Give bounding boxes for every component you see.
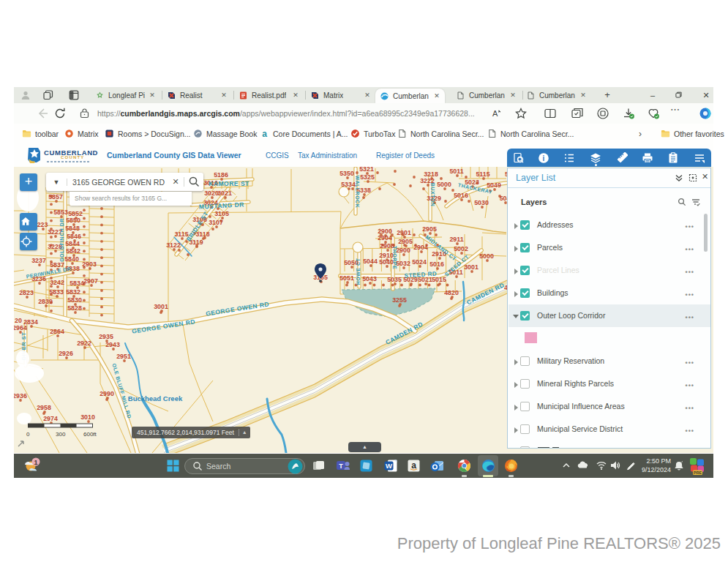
- layer-expand-arrow-icon[interactable]: [514, 291, 518, 297]
- bell-icon[interactable]: [673, 460, 685, 471]
- search-suggestion[interactable]: Show search results for 3165 G...: [70, 192, 192, 206]
- tab-close-icon[interactable]: ✕: [149, 91, 156, 99]
- link-tax-administration[interactable]: Tax Administration: [298, 151, 357, 160]
- layer-filter-icon[interactable]: [691, 198, 700, 206]
- layer-row-mineral-rights-parcels[interactable]: Mineral Rights Parcels•••: [509, 372, 710, 395]
- layer-checkbox[interactable]: [520, 243, 530, 252]
- link-ccgis[interactable]: CCGIS: [266, 151, 289, 160]
- search-dropdown-button[interactable]: ▼: [46, 179, 67, 186]
- vertical-tabs-icon[interactable]: [69, 90, 79, 100]
- url-text[interactable]: https://cumberlandgis.maps.arcgis.com/ap…: [97, 109, 475, 118]
- browser-tab-cumberlan-5[interactable]: Cumberlan✕: [451, 87, 521, 103]
- layer-expand-arrow-icon[interactable]: [514, 427, 518, 433]
- layer-expand-arrow-icon[interactable]: [514, 382, 518, 388]
- bookmark-north-carolina-secr-[interactable]: North Carolina Secr...: [397, 124, 484, 143]
- bookmark-north-carolina-secr-[interactable]: North Carolina Secr...: [487, 124, 574, 143]
- map-search-input[interactable]: 3165 GEORGE OWEN RD: [67, 178, 168, 187]
- close-window-button[interactable]: ✕: [698, 87, 714, 103]
- restore-button[interactable]: [670, 87, 686, 103]
- layer-menu-icon[interactable]: •••: [686, 405, 694, 412]
- colors-icon[interactable]: PRE: [688, 457, 706, 476]
- photos-icon[interactable]: [359, 458, 374, 473]
- zoom-in-button[interactable]: +: [20, 173, 37, 191]
- locate-button[interactable]: [20, 233, 37, 250]
- layer-row-buildings[interactable]: Buildings•••: [509, 282, 710, 304]
- layer-expand-arrow-icon[interactable]: [514, 405, 518, 411]
- layer-checkbox[interactable]: [520, 311, 530, 321]
- layer-checkbox[interactable]: [520, 266, 530, 275]
- browser-tab-cumberlan-6[interactable]: Cumberlan✕: [522, 87, 591, 103]
- layer-row-municipal-service-district[interactable]: Municipal Service District•••: [509, 418, 710, 441]
- profile-icon[interactable]: [20, 90, 31, 100]
- layer-row-clipped[interactable]: [509, 440, 710, 449]
- copilot-icon[interactable]: [699, 107, 712, 120]
- layer-row-parcel-lines[interactable]: Parcel Lines•••: [509, 259, 710, 282]
- measure-icon[interactable]: [616, 152, 628, 164]
- bookmark-toolbar[interactable]: toolbar: [22, 124, 59, 143]
- layer-menu-icon[interactable]: •••: [686, 223, 694, 231]
- layer-checkbox[interactable]: [520, 446, 530, 449]
- tab-close-icon[interactable]: ✕: [292, 91, 299, 99]
- bookmark-massage-book[interactable]: Massage Book: [193, 124, 257, 143]
- back-icon[interactable]: [36, 107, 49, 120]
- attribute-table-handle[interactable]: ▲: [348, 442, 381, 452]
- layer-row-addresses[interactable]: Addresses•••: [509, 214, 710, 236]
- layer-menu-icon[interactable]: •••: [686, 427, 694, 435]
- attribute-search-icon[interactable]: [513, 152, 525, 164]
- minimize-button[interactable]: –: [645, 87, 661, 103]
- layer-row-municipal-influence-areas[interactable]: Municipal Influence Areas•••: [509, 395, 710, 418]
- browser-tab-matrix-3[interactable]: Matrix✕: [306, 87, 375, 103]
- browser-essentials-icon[interactable]: [647, 107, 660, 120]
- bookmark-turbotax[interactable]: TurboTax: [350, 124, 395, 143]
- lock-icon[interactable]: [79, 108, 90, 119]
- refresh-icon[interactable]: [53, 107, 67, 120]
- info-icon[interactable]: i: [538, 152, 549, 164]
- tab-groups-icon[interactable]: [43, 90, 53, 100]
- new-tab-button[interactable]: +: [599, 87, 615, 103]
- layer-menu-icon[interactable]: •••: [686, 269, 694, 276]
- home-button[interactable]: [20, 213, 37, 231]
- layer-checkbox[interactable]: [520, 288, 530, 298]
- layer-search-icon[interactable]: [678, 198, 686, 206]
- tray-clock[interactable]: 2:50 PM 9/12/2024: [631, 457, 671, 474]
- bookmark-rooms-docusign-[interactable]: Rooms > DocuSign...: [105, 124, 191, 143]
- layer-expand-arrow-icon[interactable]: [514, 246, 518, 252]
- link-register-of-deeds[interactable]: Register of Deeds: [376, 151, 435, 160]
- layer-checkbox[interactable]: [520, 424, 530, 434]
- tab-close-icon[interactable]: ✕: [509, 91, 517, 99]
- read-aloud-icon[interactable]: A: [489, 107, 503, 120]
- layer-row-outer-loop-corridor[interactable]: Outer Loop Corridor•••: [509, 304, 710, 327]
- legend-icon[interactable]: [563, 152, 575, 164]
- tab-close-icon[interactable]: ✕: [579, 91, 587, 99]
- browser-tab-realist-1[interactable]: Realist✕: [162, 87, 232, 103]
- layer-checkbox[interactable]: [520, 402, 530, 411]
- bookmark-core-documents-a-[interactable]: aCore Documents | A...: [260, 124, 348, 143]
- layer-menu-icon[interactable]: •••: [686, 382, 694, 389]
- layer-menu-icon[interactable]: •••: [686, 359, 694, 367]
- layer-expand-arrow-icon[interactable]: [514, 223, 518, 229]
- tab-close-icon[interactable]: ✕: [364, 91, 371, 99]
- other-favorites-button[interactable]: Other favorites: [661, 124, 724, 143]
- downloads-icon[interactable]: [622, 107, 635, 120]
- layers-icon[interactable]: [590, 152, 601, 164]
- taskbar-search-box[interactable]: Search: [184, 458, 305, 474]
- weather-widget[interactable]: 1: [22, 457, 41, 476]
- outlook-icon[interactable]: [429, 458, 445, 473]
- edge-icon[interactable]: [481, 458, 496, 473]
- layer-expand-arrow-icon[interactable]: [514, 359, 518, 365]
- attribution-arrow-icon[interactable]: [17, 439, 26, 448]
- volume-icon[interactable]: [609, 460, 621, 471]
- split-screen-icon[interactable]: [544, 107, 557, 120]
- tab-close-icon[interactable]: ✕: [220, 91, 228, 99]
- word-icon[interactable]: W: [383, 458, 399, 473]
- layer-expand-arrow-icon[interactable]: [514, 269, 518, 274]
- tray-caret-icon[interactable]: [560, 460, 572, 471]
- report-icon[interactable]: [667, 152, 679, 164]
- browser-tab-longleaf-pi-0[interactable]: Longleaf Pi✕: [91, 87, 160, 103]
- layer-checkbox[interactable]: [520, 379, 530, 389]
- bookmark-matrix[interactable]: Matrix: [64, 124, 99, 143]
- layer-row-military-reservation[interactable]: Military Reservation•••: [509, 350, 710, 372]
- amazon-icon[interactable]: a: [406, 458, 421, 473]
- collections-icon[interactable]: [571, 107, 584, 120]
- teams-icon[interactable]: T: [335, 458, 350, 473]
